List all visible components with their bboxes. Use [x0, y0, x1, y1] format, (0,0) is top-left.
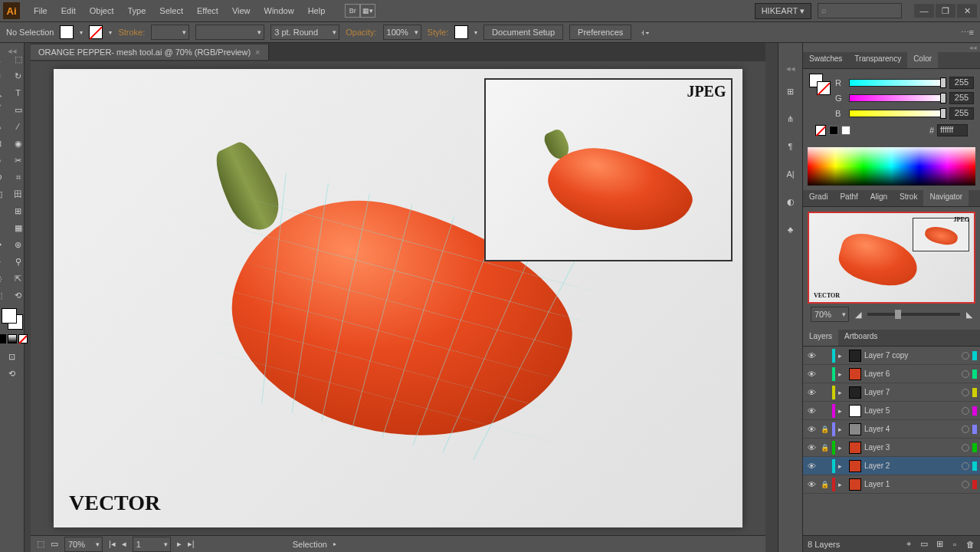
nav-zoom-slider[interactable]	[867, 313, 960, 316]
layer-row[interactable]: 👁🔒▸Layer 3	[803, 439, 980, 457]
panel-menu-icon[interactable]: ⋯≡	[961, 28, 974, 38]
menu-edit[interactable]: Edit	[55, 3, 82, 18]
tool-26[interactable]: ◌	[0, 270, 8, 287]
hand-icon[interactable]: ⬚	[37, 539, 44, 549]
menu-file[interactable]: File	[28, 3, 54, 18]
fill-swatch[interactable]	[60, 25, 74, 39]
expand-icon[interactable]: ▸	[838, 389, 846, 396]
workspace-switcher[interactable]: HIKEART ▾	[755, 3, 811, 19]
tool-16[interactable]: ◫	[0, 186, 8, 202]
tab-align[interactable]: Align	[864, 190, 893, 206]
tool-21[interactable]: ▦	[8, 219, 28, 236]
green-value[interactable]: 255	[949, 92, 974, 104]
expand-icon[interactable]: ▸	[838, 444, 846, 452]
target-icon[interactable]	[962, 462, 969, 470]
layer-name[interactable]: Layer 2	[864, 462, 959, 470]
menu-window[interactable]: Window	[258, 3, 300, 18]
arrange-icon[interactable]: ▦▾	[360, 4, 375, 18]
locate-layer-icon[interactable]: ⌖	[903, 539, 914, 550]
style-swatch[interactable]	[454, 25, 468, 39]
first-artboard-icon[interactable]: |◂	[109, 539, 116, 549]
layer-name[interactable]: Layer 3	[864, 443, 959, 452]
strip-icon-3[interactable]: A|	[782, 166, 799, 182]
tab-layers[interactable]: Layers	[803, 330, 838, 346]
expand-icon[interactable]: ▸	[838, 370, 846, 378]
prev-artboard-icon[interactable]: ◂	[122, 539, 126, 549]
zoom-dropdown[interactable]: 70%	[64, 537, 103, 552]
red-value[interactable]: 255	[949, 77, 974, 89]
tab-transparency[interactable]: Transparency	[848, 52, 907, 68]
new-layer-icon[interactable]: ▫	[949, 539, 960, 550]
tool-1[interactable]: ⬚	[8, 51, 28, 67]
lock-icon[interactable]: 🔒	[820, 481, 829, 488]
layer-row[interactable]: 👁▸Layer 7 copy	[803, 347, 980, 365]
tool-24[interactable]: ⌖	[0, 253, 8, 270]
menu-select[interactable]: Select	[153, 3, 189, 18]
preferences-button[interactable]: Preferences	[569, 25, 631, 40]
blue-slider[interactable]	[849, 110, 945, 117]
tool-8[interactable]: ✎	[0, 118, 8, 135]
tool-11[interactable]: ◉	[8, 135, 28, 152]
tab-pathf[interactable]: Pathf	[834, 190, 864, 206]
layer-row[interactable]: 👁🔒▸Layer 4	[803, 420, 980, 439]
layer-name[interactable]: Layer 7	[864, 388, 959, 396]
visibility-icon[interactable]: 👁	[806, 351, 817, 360]
navigator-thumbnail[interactable]: JPEG VECTOR	[808, 212, 975, 304]
layer-name[interactable]: Layer 7 copy	[864, 351, 959, 360]
blue-value[interactable]: 255	[949, 107, 974, 120]
nav-zoom-dropdown[interactable]: 70%	[811, 307, 849, 322]
artboard-nav-icon[interactable]: ▭	[51, 539, 58, 549]
align-icon[interactable]: ⫞▾	[641, 28, 650, 37]
tool-15[interactable]: ⌗	[8, 169, 28, 186]
target-icon[interactable]	[962, 426, 969, 433]
tab-strok[interactable]: Strok	[893, 190, 923, 206]
tool-22[interactable]: ✥	[0, 236, 8, 253]
tool-20[interactable]: ⋮	[0, 219, 8, 236]
clip-mask-icon[interactable]: ▭	[919, 539, 929, 550]
tool-19[interactable]: ⊞	[8, 202, 28, 219]
tab-swatches[interactable]: Swatches	[803, 52, 848, 68]
target-icon[interactable]	[962, 481, 969, 488]
tool-25[interactable]: ⚲	[8, 253, 28, 270]
canvas[interactable]: JPEG VECTOR	[31, 61, 765, 535]
white-swatch[interactable]	[841, 126, 851, 135]
document-setup-button[interactable]: Document Setup	[483, 25, 563, 40]
tool-18[interactable]: ⫶	[0, 202, 8, 219]
tool-13[interactable]: ✂	[8, 152, 28, 169]
hex-input[interactable]: ffffff	[937, 124, 968, 136]
artboard-number[interactable]: 1	[133, 537, 171, 552]
tool-27[interactable]: ⇱	[8, 270, 28, 287]
strip-icon-2[interactable]: ¶	[782, 138, 799, 155]
panel-fill-stroke[interactable]	[809, 74, 831, 95]
color-mode-icons[interactable]	[0, 334, 28, 343]
tool-0[interactable]: ▴	[0, 51, 8, 67]
tool-3[interactable]: ↻	[8, 67, 28, 84]
menu-effect[interactable]: Effect	[191, 3, 225, 18]
document-tab[interactable]: ORANGE PEPPER- mesh tool.ai @ 70% (RGB/P…	[31, 44, 269, 60]
lock-icon[interactable]: 🔒	[820, 444, 829, 452]
tool-12[interactable]: ⎋	[0, 152, 8, 169]
fill-stroke-proxy[interactable]	[2, 308, 23, 330]
var-width-dropdown[interactable]	[195, 25, 264, 40]
tab-color[interactable]: Color	[907, 52, 938, 68]
menu-view[interactable]: View	[226, 3, 257, 18]
target-icon[interactable]	[962, 352, 969, 360]
stroke-weight-dropdown[interactable]	[151, 25, 189, 40]
next-artboard-icon[interactable]: ▸	[177, 539, 182, 549]
visibility-icon[interactable]: 👁	[806, 443, 817, 452]
layer-name[interactable]: Layer 5	[864, 406, 959, 415]
visibility-icon[interactable]: 👁	[806, 388, 817, 397]
visibility-icon[interactable]: 👁	[806, 480, 817, 489]
visibility-icon[interactable]: 👁	[806, 462, 817, 471]
tool-6[interactable]: ╱	[0, 101, 8, 118]
brush-dropdown[interactable]: 3 pt. Round	[270, 25, 339, 40]
layer-row[interactable]: 👁▸Layer 2	[803, 457, 980, 475]
tool-29[interactable]: ⟲	[8, 287, 28, 304]
layer-row[interactable]: 👁▸Layer 5	[803, 402, 980, 420]
tool-4[interactable]: ◺	[0, 84, 8, 101]
delete-layer-icon[interactable]: 🗑	[965, 539, 975, 550]
last-artboard-icon[interactable]: ▸|	[188, 539, 195, 549]
stroke-swatch[interactable]	[89, 25, 103, 39]
bridge-icon[interactable]: Br	[345, 4, 360, 18]
visibility-icon[interactable]: 👁	[806, 425, 817, 434]
